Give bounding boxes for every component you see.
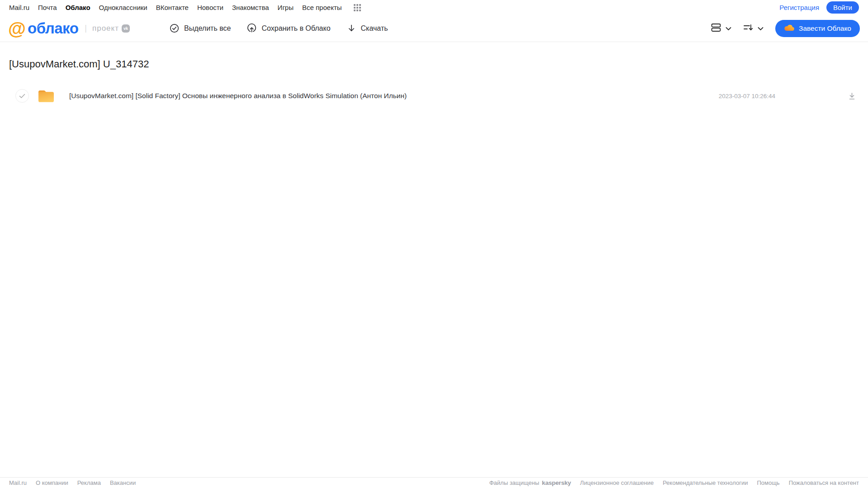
cloud-icon xyxy=(784,24,795,33)
kaspersky-protection: Файлы защищены kaspersky xyxy=(489,479,571,486)
save-to-cloud-label: Сохранить в Облако xyxy=(261,24,330,33)
get-cloud-button[interactable]: Завести Облако xyxy=(775,20,860,37)
footer-link-about[interactable]: О компании xyxy=(36,479,68,486)
protected-label: Файлы защищены xyxy=(489,479,539,486)
footer: Mail.ru О компании Реклама Вакансии Файл… xyxy=(0,477,868,488)
select-all-button[interactable]: Выделить все xyxy=(170,24,231,33)
header-right-tools: Завести Облако xyxy=(711,20,860,37)
footer-right-links: Файлы защищены kaspersky Лицензионное со… xyxy=(489,479,859,486)
page-title: [UsupovMarket.com] U_314732 xyxy=(9,58,868,70)
folder-icon xyxy=(38,89,55,103)
vk-logo-icon: vk xyxy=(122,24,130,33)
footer-left-links: Mail.ru О компании Реклама Вакансии xyxy=(9,479,136,486)
cloud-upload-icon xyxy=(247,24,256,33)
file-name-link[interactable]: [UsupovMarket.com] [Solid Factory] Основ… xyxy=(69,92,407,100)
footer-link-report[interactable]: Пожаловаться на контент xyxy=(789,479,859,486)
nav-link-mail[interactable]: Почта xyxy=(38,4,57,11)
file-row[interactable]: [UsupovMarket.com] [Solid Factory] Основ… xyxy=(9,86,868,106)
nav-link-news[interactable]: Новости xyxy=(197,4,223,11)
all-projects-grid-icon[interactable] xyxy=(354,4,361,11)
footer-link-license[interactable]: Лицензионное соглашение xyxy=(580,479,654,486)
nav-link-mailru[interactable]: Mail.ru xyxy=(9,4,29,11)
chevron-down-icon xyxy=(726,24,731,33)
footer-link-mailru[interactable]: Mail.ru xyxy=(9,479,27,486)
file-modified-date: 2023-03-07 10:26:44 xyxy=(719,93,775,99)
nav-link-vkontakte[interactable]: ВКонтакте xyxy=(156,4,189,11)
save-to-cloud-button[interactable]: Сохранить в Облако xyxy=(247,24,330,33)
mailru-at-icon: @ xyxy=(8,19,26,38)
vk-project-label: | проект vk xyxy=(85,24,130,33)
footer-link-recommendation[interactable]: Рекомендательные технологии xyxy=(663,479,748,486)
portal-nav: Mail.ru Почта Облако Одноклассники ВКонт… xyxy=(0,0,868,15)
sort-icon xyxy=(743,23,754,34)
nav-link-all-projects[interactable]: Все проекты xyxy=(302,4,342,11)
project-text: проект xyxy=(92,24,119,33)
portal-nav-right: Регистрация Войти xyxy=(779,1,859,14)
nav-link-odnoklassniki[interactable]: Одноклассники xyxy=(99,4,147,11)
cloud-logo[interactable]: @ облако xyxy=(8,19,78,38)
footer-link-help[interactable]: Помощь xyxy=(757,479,779,486)
row-download-icon[interactable] xyxy=(848,92,856,100)
footer-link-ads[interactable]: Реклама xyxy=(77,479,101,486)
cloud-header: @ облако | проект vk Выделить все xyxy=(0,15,868,42)
circle-check-icon xyxy=(170,24,179,33)
download-button[interactable]: Скачать xyxy=(347,24,388,33)
nav-link-games[interactable]: Игры xyxy=(278,4,294,11)
divider: | xyxy=(85,24,87,33)
cloud-logo-text: облако xyxy=(28,20,78,37)
registration-link[interactable]: Регистрация xyxy=(779,4,819,11)
footer-link-vacancies[interactable]: Вакансии xyxy=(110,479,136,486)
download-arrow-icon xyxy=(347,24,356,33)
file-actions-toolbar: Выделить все Сохранить в Облако xyxy=(170,24,388,33)
nav-link-dating[interactable]: Знакомства xyxy=(232,4,269,11)
view-mode-selector[interactable] xyxy=(711,23,731,34)
kaspersky-logo[interactable]: kaspersky xyxy=(542,479,571,486)
get-cloud-label: Завести Облако xyxy=(799,24,851,33)
list-view-icon xyxy=(711,23,721,34)
row-checkbox[interactable] xyxy=(15,89,29,103)
nav-link-cloud[interactable]: Облако xyxy=(66,4,90,11)
login-button[interactable]: Войти xyxy=(826,1,859,14)
sort-selector[interactable] xyxy=(743,23,764,34)
chevron-down-icon xyxy=(758,24,764,33)
check-icon xyxy=(19,94,25,99)
portal-nav-links: Mail.ru Почта Облако Одноклассники ВКонт… xyxy=(9,4,361,11)
cloud-mailru-public-page: Mail.ru Почта Облако Одноклассники ВКонт… xyxy=(0,0,868,488)
download-label: Скачать xyxy=(361,24,388,33)
main-content: [UsupovMarket.com] U_314732 xyxy=(0,58,868,106)
select-all-label: Выделить все xyxy=(184,24,231,33)
